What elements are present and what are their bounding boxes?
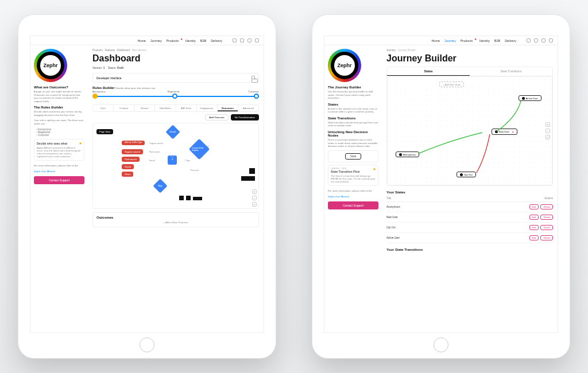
- node-sq-3[interactable]: [193, 197, 202, 200]
- delete-button[interactable]: Delete: [540, 235, 553, 240]
- nav-journey[interactable]: Journey: [150, 39, 162, 42]
- tab-integrations[interactable]: Integrations: [197, 105, 218, 111]
- nav-products[interactable]: Products●: [461, 39, 475, 42]
- user-state-slider[interactable]: Anonymous Registered Customer: [92, 92, 259, 101]
- slider-label-anon: Anonymous: [92, 90, 106, 93]
- tab-subrules[interactable]: Sub-Rules: [155, 105, 176, 111]
- label-paid: Paid search: [149, 151, 160, 153]
- nav-identity[interactable]: Identity: [185, 39, 196, 42]
- tab-advanced[interactable]: Advanced: [238, 105, 258, 111]
- tablet-right: Home Journey Products● Identity B2B Deli…: [312, 14, 570, 359]
- nav-delivery[interactable]: Delivery: [505, 39, 516, 42]
- label-organic: Organic search: [149, 142, 163, 145]
- manual-link[interactable]: Zephr User Manual: [34, 170, 84, 173]
- decision-country[interactable]: Country United Kingdom: [189, 139, 210, 160]
- diamond-icon[interactable]: [240, 38, 244, 42]
- contact-support-button[interactable]: Contact Support: [34, 176, 84, 184]
- tab-states[interactable]: States: [387, 67, 470, 76]
- crumb[interactable]: Products: [92, 49, 103, 52]
- add-outcome-button[interactable]: Add Outcome: [205, 114, 228, 121]
- home-button-icon[interactable]: [140, 337, 154, 352]
- crumb[interactable]: Features: [105, 49, 115, 52]
- tip-title: Decide who sees what: [37, 142, 82, 145]
- tab-content[interactable]: Content: [114, 105, 134, 111]
- nav-home[interactable]: Home: [137, 39, 146, 42]
- user-icon[interactable]: [549, 38, 553, 42]
- home-button-icon[interactable]: [434, 337, 448, 352]
- tab-device[interactable]: Device: [134, 105, 155, 111]
- tip-title: State Transition Flow: [331, 170, 376, 173]
- gear-icon[interactable]: [247, 38, 252, 42]
- rules-canvas[interactable]: Page View Split by Traffic Type Organic …: [92, 123, 259, 209]
- tab-abtests[interactable]: A/B Tests: [176, 105, 197, 111]
- zoom-in-icon[interactable]: +: [546, 122, 550, 127]
- crumb[interactable]: Journey: [386, 49, 396, 52]
- user-icon[interactable]: [255, 38, 259, 42]
- node-blue-1[interactable]: ~~~3: [168, 156, 177, 165]
- node-sq-2[interactable]: [186, 196, 191, 200]
- edit-button[interactable]: Edit: [529, 215, 539, 220]
- nav-b2b[interactable]: B2B: [494, 39, 500, 42]
- delete-button[interactable]: Delete: [540, 215, 553, 220]
- nav-utility-icons: [527, 38, 553, 42]
- slider-handle-anon[interactable]: [92, 94, 98, 99]
- delete-button[interactable]: Delete: [540, 204, 553, 209]
- fit-icon[interactable]: ⤢: [252, 202, 257, 207]
- slider-handle-cust[interactable]: [254, 94, 259, 99]
- crumb[interactable]: Dashboard: [117, 49, 130, 52]
- nav-delivery[interactable]: Delivery: [211, 39, 222, 42]
- developer-interface-label: Developer Interface: [96, 76, 122, 80]
- nav-products[interactable]: Products●: [167, 39, 181, 42]
- edit-button[interactable]: Edit: [529, 204, 539, 209]
- node-social[interactable]: Social: [122, 164, 134, 169]
- state-anonymous[interactable]: Anonymous: [396, 151, 419, 157]
- side-h4: Unlocking New Decision Nodes: [328, 130, 378, 137]
- nav-journey[interactable]: Journey: [444, 39, 456, 42]
- zoom-out-icon[interactable]: −: [252, 196, 257, 200]
- node-direct[interactable]: Direct: [122, 172, 133, 177]
- node-organic[interactable]: Organic search: [122, 149, 143, 154]
- node-traffic-type[interactable]: Split by Traffic Type: [122, 141, 145, 145]
- edit-button[interactable]: Edit: [529, 225, 539, 230]
- node-page-view[interactable]: Page View: [96, 129, 113, 134]
- tab-transitions[interactable]: State Transitions: [470, 67, 552, 76]
- external-link-icon[interactable]: [527, 38, 531, 42]
- slider-handle-reg[interactable]: [172, 94, 177, 99]
- node-end-2[interactable]: [241, 176, 255, 181]
- close-icon[interactable]: ✕: [512, 130, 514, 134]
- state-opt-out[interactable]: Opt Out: [457, 172, 476, 177]
- add-outcome-link[interactable]: + Add a New Outcome: [96, 221, 255, 224]
- side-p1: Use the interactive journey builder to a…: [328, 90, 378, 100]
- node-end-1[interactable]: [249, 168, 255, 174]
- contact-support-button[interactable]: Contact Support: [328, 201, 378, 209]
- manual-link[interactable]: Zephr User Manual: [328, 195, 378, 199]
- brand-name: Zephr: [334, 55, 355, 76]
- decision-blog[interactable]: Blog: [153, 178, 167, 193]
- external-link-icon[interactable]: [233, 38, 237, 42]
- delete-button[interactable]: Delete: [540, 225, 553, 230]
- table-row: Opt OutEditDelete: [386, 223, 553, 233]
- more-info-text: For more information, please refer to th…: [34, 164, 84, 173]
- journey-tabs: States State Transitions: [387, 67, 552, 76]
- developer-interface-panel[interactable]: Developer Interface: [92, 73, 259, 83]
- tab-user[interactable]: User: [93, 105, 114, 111]
- nav-identity[interactable]: Identity: [479, 39, 490, 42]
- list-item: Customer: [36, 134, 84, 137]
- state-new-user[interactable]: New User✕: [492, 129, 517, 135]
- state-active-user[interactable]: Active User: [519, 95, 541, 101]
- fit-icon[interactable]: ⤢: [546, 135, 550, 139]
- gear-icon[interactable]: [541, 38, 546, 42]
- diamond-icon[interactable]: [534, 38, 538, 42]
- no-transformation-button[interactable]: No Transformation: [231, 114, 259, 121]
- zoom-in-icon[interactable]: +: [252, 189, 257, 194]
- nav-b2b[interactable]: B2B: [200, 39, 206, 42]
- zoom-out-icon[interactable]: −: [546, 129, 550, 133]
- node-sq-1[interactable]: [179, 196, 184, 200]
- nav-home[interactable]: Home: [431, 39, 440, 42]
- add-state-button[interactable]: + Add New State: [439, 81, 464, 87]
- journey-canvas[interactable]: + Add New State Active User New User✕ An…: [387, 76, 552, 185]
- label-yes: yes: [200, 156, 203, 158]
- tab-outcomes[interactable]: Outcomes: [218, 105, 238, 111]
- node-paid[interactable]: Paid search: [122, 157, 140, 162]
- edit-button[interactable]: Edit: [529, 235, 539, 240]
